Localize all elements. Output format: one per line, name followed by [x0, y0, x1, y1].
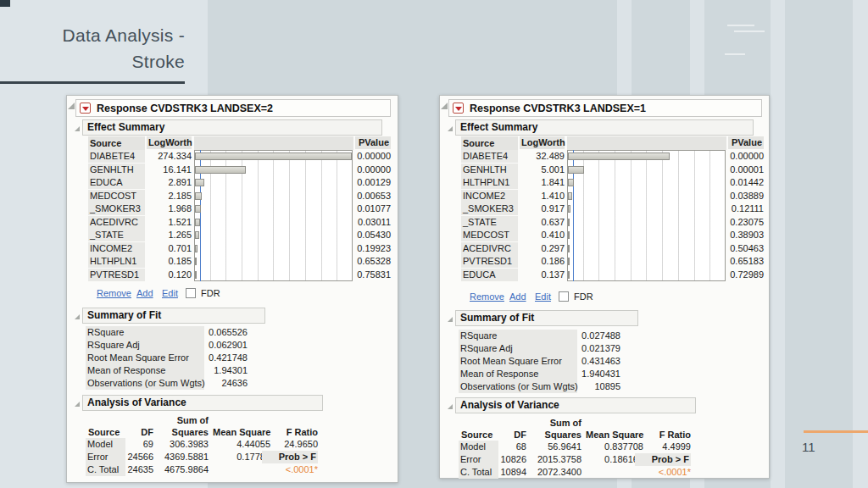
slide-title-line2: Stroke [34, 48, 185, 75]
logworth-bar [195, 205, 201, 213]
effect-disclosure-icon[interactable] [75, 126, 80, 131]
logworth-bar [195, 245, 198, 252]
effect-header-row: Source LogWorth PValue [67, 136, 398, 150]
sof-label: Root Mean Square Error [86, 352, 204, 364]
logworth-cell: 1.410 [520, 190, 565, 202]
logworth-bar [195, 219, 200, 226]
anova-row: C. Total 24635 4675.9864 <.0001* [67, 463, 398, 477]
remove-link[interactable]: Remove [97, 287, 131, 300]
effect-row[interactable]: ACEDIVRC 0.297 0.50463 [440, 242, 769, 256]
decor-dash [725, 53, 745, 55]
edit-link[interactable]: Edit [162, 287, 178, 300]
sof-label: Root Mean Square Error [459, 355, 577, 368]
effect-row[interactable]: HLTHPLN1 0.185 0.65328 [67, 255, 398, 269]
sof-disclosure-icon[interactable] [75, 314, 80, 319]
logworth-cell: 0.185 [147, 255, 192, 268]
pvalue-cell: 0.65183 [703, 255, 764, 268]
effect-row[interactable]: _STATE 0.637 0.23075 [440, 216, 769, 230]
summary-of-fit-heading[interactable]: Summary of Fit [455, 310, 638, 326]
effect-row[interactable]: EDUCA 0.137 0.72989 [440, 269, 769, 282]
effect-row[interactable]: GENHLTH 5.001 0.00001 [440, 164, 769, 177]
red-triangle-menu-icon[interactable] [453, 103, 464, 114]
anova-heading[interactable]: Analysis of Variance [82, 395, 323, 411]
effect-row[interactable]: PVTRESD1 0.120 0.75831 [67, 269, 398, 282]
effect-row[interactable]: ACEDIVRC 1.521 0.03011 [67, 216, 398, 230]
effect-row[interactable]: PVTRESD1 0.186 0.65183 [440, 255, 769, 269]
effect-row[interactable]: MEDCOST 0.410 0.38903 [440, 229, 769, 242]
background-stripe [853, 0, 868, 488]
fdr-checkbox[interactable] [559, 291, 569, 302]
summary-of-fit-heading[interactable]: Summary of Fit [82, 308, 265, 324]
sof-disclosure-icon[interactable] [448, 317, 453, 322]
page-number: 11 [802, 440, 827, 454]
source-cell: _SMOKER3 [88, 202, 145, 215]
bar-slot [195, 229, 352, 242]
red-triangle-menu-icon[interactable] [80, 103, 91, 114]
source-cell: INCOME2 [88, 242, 145, 255]
bar-slot [195, 255, 352, 269]
bar-slot [195, 164, 352, 177]
effect-row[interactable]: DIABETE4 32.489 0.00000 [440, 150, 769, 164]
effect-header-row: Source LogWorth PValue [440, 136, 769, 150]
effect-disclosure-icon[interactable] [448, 126, 453, 131]
sof-row: Root Mean Square Error 0.421748 [67, 352, 398, 365]
bar-slot [195, 150, 352, 164]
chart-header-cell [194, 136, 353, 150]
logworth-cell: 1.841 [520, 176, 565, 189]
sof-row: RSquare 0.065526 [67, 326, 398, 340]
anova-source: Error [459, 453, 498, 466]
anova-disclosure-icon[interactable] [448, 404, 453, 409]
effect-row[interactable]: DIABETE4 274.334 0.00000 [67, 150, 398, 164]
sof-value: 0.431463 [561, 355, 620, 368]
anova-df: 24566 [123, 451, 153, 463]
col-squares: Squares [529, 429, 581, 441]
col-f-ratio: F Ratio [635, 429, 691, 441]
anova-heading[interactable]: Analysis of Variance [455, 397, 696, 413]
prob-f-value: <.0001* [262, 463, 318, 476]
bar-slot [568, 269, 725, 282]
source-cell: GENHLTH [461, 164, 518, 176]
effect-row[interactable]: INCOME2 0.701 0.19923 [67, 242, 398, 256]
jmp-report-panel-landsex2: Response CVDSTRK3 LANDSEX=2 Effect Summa… [66, 95, 398, 483]
effect-row[interactable]: INCOME2 1.410 0.03889 [440, 190, 769, 203]
logworth-bar [568, 231, 570, 239]
response-title: Response CVDSTRK3 LANDSEX=2 [97, 100, 273, 118]
logworth-cell: 0.120 [147, 269, 192, 281]
add-link[interactable]: Add [136, 287, 153, 300]
bar-slot [568, 242, 725, 256]
outline-disclosure-icon[interactable] [68, 103, 75, 109]
logworth-bar [568, 271, 570, 279]
logworth-cell: 1.521 [147, 216, 192, 229]
remove-link[interactable]: Remove [470, 291, 504, 303]
source-cell: DIABETE4 [88, 150, 145, 163]
effect-row[interactable]: GENHLTH 16.141 0.00000 [67, 164, 398, 177]
effect-row[interactable]: _SMOKER3 1.968 0.01077 [67, 202, 398, 216]
outline-disclosure-icon[interactable] [441, 103, 448, 109]
chart-header-cell [567, 136, 726, 150]
effect-summary-heading[interactable]: Effect Summary [82, 119, 382, 136]
sof-label: RSquare [86, 326, 204, 339]
effect-row[interactable]: _STATE 1.265 0.05430 [67, 229, 398, 242]
sof-label: RSquare [459, 330, 577, 342]
anova-disclosure-icon[interactable] [75, 402, 80, 407]
edit-link[interactable]: Edit [535, 291, 551, 303]
logworth-bar [195, 179, 204, 186]
pvalue-cell: 0.38903 [703, 229, 764, 241]
response-title-bar: Response CVDSTRK3 LANDSEX=1 [448, 99, 762, 117]
add-link[interactable]: Add [509, 291, 526, 303]
fdr-checkbox[interactable] [186, 288, 196, 298]
effect-row[interactable]: HLTHPLN1 1.841 0.01442 [440, 176, 769, 190]
logworth-cell: 0.410 [520, 229, 565, 241]
pvalue-cell: 0.23075 [703, 216, 764, 229]
effect-actions-row: Remove Add Edit FDR [440, 291, 769, 304]
logworth-cell: 32.489 [520, 150, 565, 163]
source-cell: EDUCA [88, 176, 145, 189]
bar-slot [568, 176, 725, 190]
effect-row[interactable]: EDUCA 2.891 0.00129 [67, 176, 398, 190]
effect-row[interactable]: _SMOKER3 0.917 0.12111 [440, 202, 769, 216]
col-df: DF [496, 429, 526, 441]
effect-summary-heading[interactable]: Effect Summary [455, 119, 754, 136]
logworth-cell: 0.137 [520, 269, 565, 281]
page-accent-line [804, 430, 868, 433]
effect-row[interactable]: MEDCOST 2.185 0.00653 [67, 190, 398, 203]
